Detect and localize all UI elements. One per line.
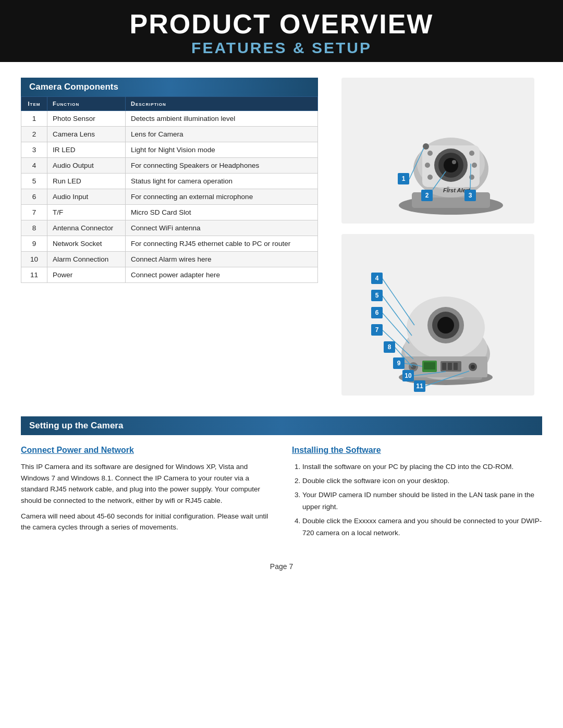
svg-point-16 xyxy=(469,175,474,180)
svg-point-9 xyxy=(444,158,458,172)
table-row: 8 Antenna Connector Connect WiFi antenna xyxy=(21,220,318,236)
svg-point-14 xyxy=(472,163,477,168)
row-description: For connecting Speakers or Headphones xyxy=(126,158,318,174)
svg-text:4: 4 xyxy=(375,275,379,282)
table-row: 10 Alarm Connection Connect Alarm wires … xyxy=(21,252,318,267)
table-row: 1 Photo Sensor Detects ambient illuminat… xyxy=(21,111,318,127)
row-description: For connecting RJ45 ethernet cable to PC… xyxy=(126,236,318,252)
table-row: 3 IR LED Light for Night Vision mode xyxy=(21,142,318,158)
row-description: Connect Alarm wires here xyxy=(126,252,318,267)
table-row: 6 Audio Input For connecting an external… xyxy=(21,189,318,205)
svg-point-13 xyxy=(425,163,430,168)
top-section: Camera Components Item Function Descript… xyxy=(21,78,542,396)
connect-power-body1: This IP Camera and its software are desi… xyxy=(21,461,271,506)
page-subtitle: FEATURES & SETUP xyxy=(0,39,563,57)
left-column: Camera Components Item Function Descript… xyxy=(21,78,318,396)
row-function: Camera Lens xyxy=(47,127,126,142)
svg-point-48 xyxy=(471,365,475,369)
svg-point-12 xyxy=(469,151,474,156)
row-description: Status light for camera operation xyxy=(126,174,318,189)
connect-power-title: Connect Power and Network xyxy=(21,446,271,455)
page-number: Page 7 xyxy=(270,562,293,571)
svg-text:6: 6 xyxy=(375,309,379,316)
table-row: 11 Power Connect power adapter here xyxy=(21,267,318,283)
install-step: Your DWIP camera ID number should be lis… xyxy=(302,489,542,513)
svg-text:®: ® xyxy=(447,187,450,190)
right-column: First Alert ® 1 2 xyxy=(334,78,542,396)
install-steps-list: Install the software on your PC by placi… xyxy=(292,461,542,539)
components-table: Item Function Description 1 Photo Sensor… xyxy=(21,96,318,283)
install-software-title: Installing the Software xyxy=(292,446,542,455)
row-description: Detects ambient illumination level xyxy=(126,111,318,127)
connect-power-body2: Camera will need about 45-60 seconds for… xyxy=(21,511,271,533)
main-content: Camera Components Item Function Descript… xyxy=(0,62,563,552)
svg-text:1: 1 xyxy=(402,175,406,182)
setup-columns: Connect Power and Network This IP Camera… xyxy=(21,446,542,541)
row-function: Alarm Connection xyxy=(47,252,126,267)
row-function: IR LED xyxy=(47,142,126,158)
row-function: Power xyxy=(47,267,126,283)
row-item-num: 7 xyxy=(21,205,47,220)
table-row: 5 Run LED Status light for camera operat… xyxy=(21,174,318,189)
setting-up-header: Setting up the Camera xyxy=(21,416,542,435)
camera-bottom-svg: 4 5 6 7 xyxy=(341,234,534,396)
svg-text:10: 10 xyxy=(405,372,412,379)
svg-text:11: 11 xyxy=(416,382,423,390)
svg-text:7: 7 xyxy=(375,326,379,334)
svg-line-26 xyxy=(470,164,471,190)
page-footer: Page 7 xyxy=(0,552,563,576)
camera-components-header: Camera Components xyxy=(21,78,318,96)
svg-point-11 xyxy=(427,151,433,156)
row-item-num: 2 xyxy=(21,127,47,142)
camera-top-svg: First Alert ® 1 2 xyxy=(341,78,534,224)
install-step: Double click the software icon on your d… xyxy=(302,475,542,487)
row-item-num: 11 xyxy=(21,267,47,283)
svg-rect-45 xyxy=(448,363,452,370)
svg-point-37 xyxy=(437,317,454,334)
row-description: Light for Night Vision mode xyxy=(126,142,318,158)
col-function: Function xyxy=(47,97,126,111)
row-function: Audio Input xyxy=(47,189,126,205)
row-function: Antenna Connector xyxy=(47,220,126,236)
row-description: Connect WiFi antenna xyxy=(126,220,318,236)
svg-rect-46 xyxy=(454,363,458,370)
col-item: Item xyxy=(21,97,47,111)
row-function: Network Socket xyxy=(47,236,126,252)
camera-top-diagram: First Alert ® 1 2 xyxy=(341,78,534,224)
table-row: 2 Camera Lens Lens for Camera xyxy=(21,127,318,142)
table-row: 9 Network Socket For connecting RJ45 eth… xyxy=(21,236,318,252)
row-description: Connect power adapter here xyxy=(126,267,318,283)
svg-text:2: 2 xyxy=(425,192,429,199)
row-item-num: 5 xyxy=(21,174,47,189)
bottom-section: Setting up the Camera Connect Power and … xyxy=(21,416,542,541)
table-row: 7 T/F Micro SD Card Slot xyxy=(21,205,318,220)
row-function: T/F xyxy=(47,205,126,220)
table-header-row: Item Function Description xyxy=(21,97,318,111)
row-item-num: 10 xyxy=(21,252,47,267)
row-item-num: 1 xyxy=(21,111,47,127)
row-item-num: 3 xyxy=(21,142,47,158)
row-item-num: 9 xyxy=(21,236,47,252)
table-body: 1 Photo Sensor Detects ambient illuminat… xyxy=(21,111,318,283)
camera-bottom-diagram: 4 5 6 7 xyxy=(341,234,534,396)
connect-power-col: Connect Power and Network This IP Camera… xyxy=(21,446,271,541)
page-title: PRODUCT OVERVIEW xyxy=(0,9,563,39)
row-function: Photo Sensor xyxy=(47,111,126,127)
row-function: Run LED xyxy=(47,174,126,189)
table-row: 4 Audio Output For connecting Speakers o… xyxy=(21,158,318,174)
row-description: For connecting an external microphone xyxy=(126,189,318,205)
svg-point-10 xyxy=(452,160,456,164)
svg-text:9: 9 xyxy=(397,360,401,367)
svg-text:5: 5 xyxy=(375,292,379,299)
svg-text:8: 8 xyxy=(388,343,391,351)
page-header: PRODUCT OVERVIEW FEATURES & SETUP xyxy=(0,0,563,62)
row-description: Micro SD Card Slot xyxy=(126,205,318,220)
col-description: Description xyxy=(126,97,318,111)
row-item-num: 4 xyxy=(21,158,47,174)
svg-text:3: 3 xyxy=(469,192,472,199)
svg-rect-44 xyxy=(442,363,446,370)
install-software-col: Installing the Software Install the soft… xyxy=(292,446,542,541)
svg-point-15 xyxy=(427,175,433,180)
row-function: Audio Output xyxy=(47,158,126,174)
row-item-num: 6 xyxy=(21,189,47,205)
